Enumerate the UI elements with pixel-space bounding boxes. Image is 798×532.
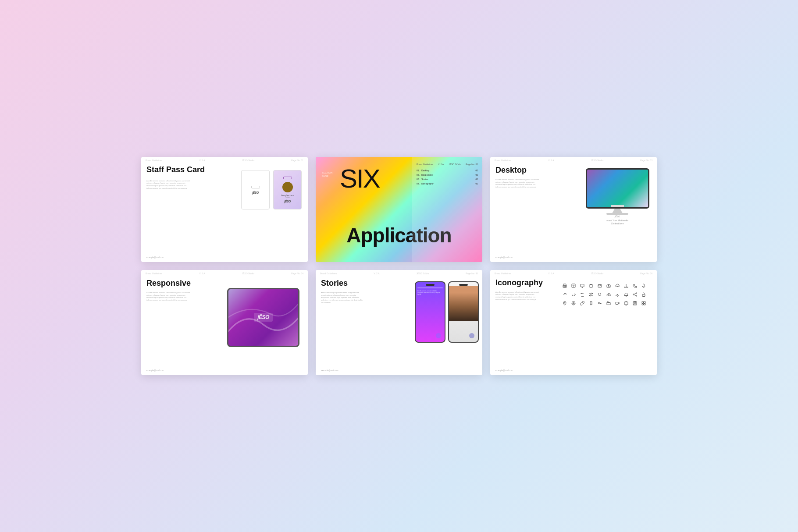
phone-2-dot	[469, 333, 474, 338]
card-logo-plain: jÊSO	[252, 191, 259, 194]
svg-rect-27	[642, 301, 644, 303]
svg-point-20	[574, 303, 574, 304]
slide-desktop: Brand Guidelines V. 2.A JÉSO Stúdio Page…	[490, 157, 657, 262]
phone-1: Asinilla amoeni porquad sillvalden dolly…	[415, 281, 445, 343]
tablet-area: jÊSO	[225, 282, 302, 352]
icon-upload	[570, 282, 577, 289]
phones-area: Asinilla amoeni porquad sillvalden dolly…	[415, 281, 479, 343]
slide-4-footer: example@mail.com	[146, 369, 164, 372]
slide-stories: Brand Guidelines V. 2.A JÉSO Stúdio Page…	[316, 270, 482, 375]
icon-clipboard	[588, 282, 595, 289]
svg-point-13	[636, 293, 637, 294]
slide-2-section-label: SECTION PAGE	[322, 171, 332, 178]
slide-4-body: Asinilla amoeni porquad sillvalden dolly…	[146, 291, 190, 301]
icon-bell	[623, 291, 630, 298]
slide-1-brand: Brand Guidelines	[146, 159, 162, 162]
slide-6-studio: JÉSO Stúdio	[591, 272, 604, 275]
icon-camera	[605, 282, 612, 289]
svg-point-9	[608, 286, 609, 287]
icons-row-3	[561, 300, 653, 307]
slide-1-footer: example@mail.com	[146, 256, 164, 259]
icon-target	[570, 300, 577, 307]
slide-6-brand: Brand Guidelines	[495, 272, 511, 275]
svg-rect-22	[616, 302, 618, 305]
monitor-screen	[586, 168, 649, 209]
icon-grid	[640, 300, 647, 307]
icon-arrows	[588, 291, 595, 298]
slide-6-version: V. 2.A	[548, 272, 554, 275]
slide-3-page: Page No: 33	[640, 159, 652, 162]
icon-location	[561, 300, 568, 307]
icon-key	[596, 300, 603, 307]
icon-mail	[596, 282, 603, 289]
svg-rect-25	[634, 301, 636, 303]
slide-3-header: Brand Guidelines V. 2.A JÉSO Stúdio Page…	[490, 157, 657, 164]
phone-1-content: Asinilla amoeni porquad sillvalden dolly…	[416, 286, 445, 298]
slide-section-six: SECTION PAGE SIX Application Brand Guide…	[316, 157, 482, 262]
svg-point-15	[636, 295, 637, 296]
icon-cloud-up	[614, 282, 621, 289]
monitor-area: jÊSO Insert Your Multimedia Content here	[582, 168, 652, 225]
svg-rect-23	[624, 302, 628, 305]
slide-3-version: V. 2.A	[548, 159, 554, 162]
phone-story-1-bar	[417, 287, 443, 288]
slide-1-body: Asinilla amoeni porquad sillvalden dolly…	[146, 180, 190, 189]
monitor-label: Insert Your Multimedia Content here	[606, 219, 628, 225]
slide-responsive: Brand Guidelines V. 2.A JÉSO Stúdio Page…	[141, 270, 308, 375]
svg-point-21	[598, 302, 600, 304]
icons-grid-area	[561, 282, 653, 309]
slide-2-toc: Brand Guidelines V. 2.A JÉSO Stúdio Page…	[412, 157, 482, 262]
id-card-plain: jÊSO	[241, 170, 270, 209]
icon-cloud-up2	[605, 291, 612, 298]
tablet-device: jÊSO	[227, 288, 299, 347]
icon-sync	[579, 291, 586, 298]
slide-5-version: V. 2.A	[374, 272, 379, 275]
svg-rect-10	[643, 284, 645, 286]
id-card-colored-item: Name Text Here Position jÊSO	[273, 170, 302, 209]
card-notch-2	[283, 177, 292, 179]
slide-6-page: Page No: 36	[640, 272, 652, 275]
phone-story-1-text: Asinilla amoeni porquad sillvalden dolly…	[417, 290, 443, 296]
slide-5-page: Page No: 35	[466, 272, 478, 275]
icon-signal	[614, 291, 621, 298]
svg-rect-26	[634, 304, 636, 305]
slide-staff-pass: Brand Guidelines V. 2.A JÉSO Stúdio Page…	[141, 157, 308, 262]
icon-share	[631, 291, 638, 298]
toc-item-1: 01.Desktop00	[417, 169, 478, 172]
slide-3-footer: example@mail.com	[495, 256, 513, 259]
slide-4-version: V. 2.A	[199, 272, 205, 275]
svg-point-3	[566, 286, 566, 286]
svg-point-11	[598, 293, 601, 296]
cards-area: jÊSO Name Text Here Position jÊSO	[241, 170, 302, 209]
card-position: Position	[285, 196, 290, 198]
icon-refresh-2	[570, 291, 577, 298]
icon-video	[614, 300, 621, 307]
slide-1-version: V. 2.A	[199, 159, 205, 162]
toc-item-2: 02.Responsive00	[417, 174, 478, 176]
phone-2	[448, 281, 479, 343]
svg-rect-28	[644, 301, 646, 303]
slide-5-footer: example@mail.com	[321, 369, 338, 372]
slide-4-studio: JÉSO Stúdio	[242, 272, 255, 275]
card-notch	[251, 186, 260, 188]
icon-bookmark	[588, 300, 595, 307]
card-logo-colored: jÊSO	[284, 200, 291, 203]
phone-1-dot	[436, 333, 441, 338]
slide-4-header: Brand Guidelines V. 2.A JÉSO Stúdio Page…	[141, 270, 308, 277]
icon-folder	[605, 300, 612, 307]
tablet-logo: jÊSO	[254, 313, 273, 322]
svg-rect-30	[644, 304, 646, 305]
icon-search	[596, 291, 603, 298]
icon-mic	[640, 282, 647, 289]
monitor-stand	[611, 209, 624, 213]
phone-2-person	[449, 286, 478, 321]
slide-5-brand: Brand Guidelines	[320, 272, 337, 275]
icon-save	[631, 300, 638, 307]
presentation-grid: Brand Guidelines V. 2.A JÉSO Stúdio Page…	[141, 157, 657, 375]
toc-item-4: 04.Iconography00	[417, 182, 478, 185]
toc-item-3: 03.Stories00	[417, 178, 478, 181]
slide-6-footer: example@mail.com	[495, 369, 513, 372]
slide-2-six-text: SIX	[340, 166, 380, 192]
slide-3-body: Asinilla amoeni porquad sillvalden dolly…	[495, 178, 539, 188]
slide-4-page: Page No: 34	[291, 272, 303, 275]
